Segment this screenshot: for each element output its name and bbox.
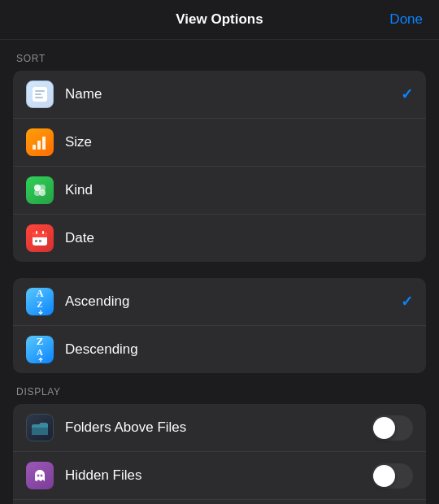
svg-rect-16 [35,240,37,242]
order-ascending-item[interactable]: A Z Ascending ✓ [13,278,426,326]
folders-above-files-label: Folders Above Files [65,419,372,436]
display-section-label: DISPLAY [0,373,439,404]
svg-rect-5 [37,141,41,150]
sort-date-item[interactable]: Date [13,215,426,262]
svg-point-23 [41,475,43,477]
display-list: Folders Above Files Hidden Files [13,404,426,504]
header: View Options Done [0,0,439,40]
folders-above-files-knob [373,417,395,439]
svg-rect-15 [42,231,44,234]
size-icon [26,128,54,156]
svg-point-10 [39,189,46,196]
sort-date-label: Date [65,230,413,246]
sort-size-label: Size [65,134,413,150]
hidden-files-toggle[interactable] [372,463,413,489]
order-list: A Z Ascending ✓ Z A Descending [13,278,426,373]
svg-rect-3 [35,97,43,98]
descending-icon: Z A [26,336,54,363]
folders-icon [26,414,54,441]
hidden-files-knob [373,465,395,487]
sort-section-label: SORT [0,40,439,71]
hidden-files-item[interactable]: Hidden Files [13,452,426,500]
svg-rect-1 [35,90,45,92]
svg-rect-17 [39,240,41,242]
order-ascending-label: Ascending [65,293,401,310]
sort-size-item[interactable]: Size [13,119,426,167]
relative-dates-item[interactable]: Relative Dates [13,500,426,504]
hidden-files-label: Hidden Files [65,467,372,484]
svg-rect-13 [33,235,47,237]
svg-rect-6 [42,137,46,150]
ascending-icon: A Z [26,288,54,315]
sort-name-checkmark: ✓ [401,85,413,103]
sort-name-item[interactable]: Name ✓ [13,71,426,119]
order-descending-item[interactable]: Z A Descending [13,326,426,373]
sort-kind-label: Kind [65,182,413,198]
sort-name-label: Name [65,86,401,102]
order-descending-label: Descending [65,341,413,358]
svg-rect-2 [35,93,41,95]
hidden-files-icon [26,462,54,489]
sort-list: Name ✓ Size Kind [13,71,426,262]
folders-above-files-item[interactable]: Folders Above Files [13,404,426,452]
svg-point-22 [37,475,40,477]
page-title: View Options [176,11,263,28]
name-icon [26,80,54,108]
sort-kind-item[interactable]: Kind [13,167,426,215]
date-icon [26,224,54,252]
folders-above-files-toggle[interactable] [372,415,413,441]
done-button[interactable]: Done [389,11,423,28]
svg-rect-4 [33,145,36,150]
kind-icon [26,176,54,204]
order-ascending-checkmark: ✓ [401,293,413,311]
svg-rect-14 [36,231,37,234]
